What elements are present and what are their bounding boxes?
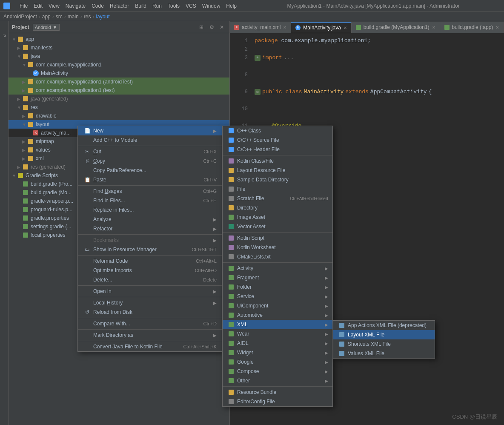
menu-vcs[interactable]: VCS [183,2,199,10]
tree-item-res[interactable]: ▼ res [9,103,229,112]
ctx-open-in[interactable]: Open In ▶ [78,287,222,296]
breadcrumb-item-main[interactable]: main [68,14,79,20]
submenu-new[interactable]: C++ Class C/C++ Source File C/C++ Header… [222,126,333,407]
ctx-reformat[interactable]: Reformat Code Ctrl+Alt+L [78,256,222,266]
xml-layout-file[interactable]: Layout XML File [333,330,435,339]
sub-resource-bundle[interactable]: Resource Bundle [223,388,332,397]
sub-uicomponent[interactable]: UiComponent ▶ [223,301,332,310]
ctx-reload[interactable]: ↺ Reload from Disk [78,307,222,317]
breadcrumb-item-app[interactable]: app [42,14,51,20]
ctx-mark-directory[interactable]: Mark Directory as ▶ [78,330,222,340]
sub-folder[interactable]: Folder ▶ [223,282,332,292]
sub-vector-asset[interactable]: Vector Asset [223,222,332,231]
sub-kotlin-class[interactable]: Kotlin Class/File [223,156,332,166]
sub-widget[interactable]: Widget ▶ [223,348,332,357]
ctx-local-history[interactable]: Local History ▶ [78,298,222,307]
ctx-delete[interactable]: Delete... Delete [78,275,222,284]
breadcrumb-item-src[interactable]: src [56,14,63,20]
tree-item-com-androidtest[interactable]: ▶ com.example.myapplication1 (androidTes… [9,78,229,86]
tree-item-com-main[interactable]: ▼ com.example.myapplication1 [9,60,229,69]
tab-close-java[interactable]: ✕ [344,26,347,30]
sub-kotlin-worksheet[interactable]: Kotlin Worksheet [223,243,332,252]
sub-compose[interactable]: Compose ▶ [223,367,332,376]
tree-item-manifests[interactable]: ▶ manifests [9,43,229,52]
breadcrumb-item-project[interactable]: AndroidProject [3,14,37,20]
submenu-xml[interactable]: App Actions XML File (deprecated) Layout… [333,320,435,359]
sub-image-asset[interactable]: Image Asset [223,212,332,222]
menu-run[interactable]: Run [150,2,164,10]
ctx-copy[interactable]: ⎘ Copy Ctrl+C [78,156,222,166]
close-panel-button[interactable]: ✕ [218,23,226,32]
sub-sample-data[interactable]: Sample Data Directory [223,175,332,184]
sub-automotive[interactable]: Automotive ▶ [223,310,332,320]
menu-tools[interactable]: Tools [165,2,182,10]
ctx-cut[interactable]: ✂ Cut Ctrl+X [78,147,222,156]
menu-build[interactable]: Build [132,2,149,10]
xml-values[interactable]: Values XML File [333,349,435,358]
ctx-optimize-imports[interactable]: Optimize Imports Ctrl+Alt+O [78,266,222,275]
sub-cpp-header[interactable]: C/C++ Header File [223,145,332,154]
menu-code[interactable]: Code [89,2,106,10]
xml-shortcuts[interactable]: Shortcuts XML File [333,339,435,349]
tree-item-java[interactable]: ▼ java [9,52,229,60]
tab-close-gradle1[interactable]: ✕ [432,25,435,30]
menu-window[interactable]: Window [200,2,223,10]
ctx-paste[interactable]: 📋 Paste Ctrl+V [78,175,222,184]
tab-build-gradle-1[interactable]: build.gradle (MyApplication1) ✕ [352,22,440,33]
tab-mainactivity[interactable]: M MainActivity.java ✕ [291,22,351,33]
ctx-convert-kotlin[interactable]: Convert Java File to Kotlin File Ctrl+Al… [78,342,222,351]
sub-wear[interactable]: Wear ▶ [223,329,332,339]
collapse-all-button[interactable]: ⊞ [197,23,206,32]
ctx-resource-manager[interactable]: 🗂 Show In Resource Manager Ctrl+Shift+T [78,245,222,254]
tab-activity-main[interactable]: X activity_main.xml ✕ [230,22,291,33]
sub-cmake[interactable]: CMakeLists.txt [223,252,332,261]
menu-navigate[interactable]: Navigate [63,2,88,10]
sub-scratch-file[interactable]: Scratch File Ctrl+Alt+Shift+Insert [223,194,332,203]
tree-item-mainactivity[interactable]: ▶ M MainActivity [9,69,229,78]
xml-app-actions[interactable]: App Actions XML File (deprecated) [333,321,435,330]
ctx-find-usages[interactable]: Find Usages Ctrl+G [78,187,222,196]
menu-refactor[interactable]: Refactor [107,2,132,10]
sub-fragment[interactable]: Fragment ▶ [223,273,332,282]
sub-activity[interactable]: Activity ▶ [223,264,332,273]
tab-build-gradle-2[interactable]: build.gradle (:app) ✕ [440,22,504,33]
ctx-add-cpp[interactable]: Add C++ to Module [78,135,222,145]
breadcrumb-item-layout[interactable]: layout [96,14,109,20]
menu-help[interactable]: Help [223,2,239,10]
sub-cpp-source[interactable]: C/C++ Source File [223,135,332,145]
sub-editorconfig[interactable]: EditorConfig File [223,397,332,406]
sub-service[interactable]: Service ▶ [223,292,332,301]
menu-bar[interactable]: File Edit View Navigate Code Refactor Bu… [17,2,239,10]
sub-aidl[interactable]: AIDL ▶ [223,339,332,348]
sub-directory[interactable]: Directory [223,203,332,212]
ctx-copy-path[interactable]: Copy Path/Reference... [78,166,222,175]
ctx-replace-files[interactable]: Replace in Files... [78,205,222,215]
tree-item-java-generated[interactable]: ▶ java (generated) [9,95,229,103]
sub-cpp-class[interactable]: C++ Class [223,126,332,135]
tree-item-app[interactable]: ▼ app [9,35,229,43]
sub-xml[interactable]: XML ▶ [223,320,332,329]
ctx-compare-with[interactable]: Compare With... Ctrl+D [78,319,222,328]
settings-button[interactable]: ⚙ [207,23,216,32]
ctx-analyze[interactable]: Analyze ▶ [78,215,222,224]
android-dropdown[interactable]: Android ▼ [33,24,60,31]
sub-other[interactable]: Other ▶ [223,376,332,385]
sub-kotlin-script[interactable]: Kotlin Script [223,233,332,243]
menu-file[interactable]: File [17,2,30,10]
ctx-bookmarks[interactable]: Bookmarks ▶ [78,235,222,245]
tab-close-xml[interactable]: ✕ [283,25,286,30]
tree-item-drawable[interactable]: ▶ drawable [9,112,229,120]
project-icon[interactable]: P [0,23,8,49]
tree-item-com-test[interactable]: ▶ com.example.myapplication1 (test) [9,86,229,95]
menu-view[interactable]: View [46,2,62,10]
menu-edit[interactable]: Edit [31,2,45,10]
sub-layout-resource[interactable]: Layout Resource File [223,166,332,175]
ctx-refactor[interactable]: Refactor ▶ [78,224,222,233]
sub-google[interactable]: Google ▶ [223,357,332,367]
ctx-new[interactable]: 📄 New ▶ [78,126,222,135]
ctx-find-files[interactable]: Find in Files... Ctrl+H [78,196,222,205]
breadcrumb-item-res[interactable]: res [84,14,91,20]
context-menu[interactable]: 📄 New ▶ Add C++ to Module ✂ Cut Ctrl+X ⎘… [77,126,222,352]
sub-file[interactable]: File [223,184,332,194]
tab-close-gradle2[interactable]: ✕ [495,25,499,30]
